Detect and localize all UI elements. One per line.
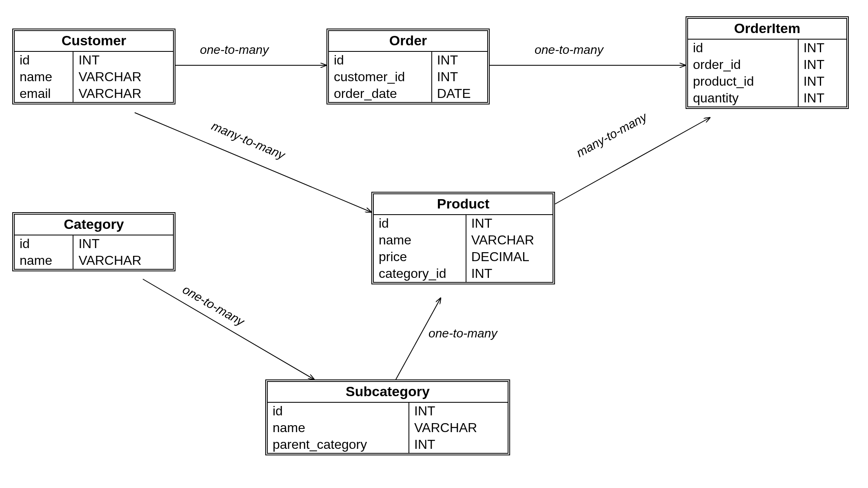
table-row: idINT: [15, 52, 173, 69]
field-name: category_id: [374, 265, 466, 282]
entity-title: Subcategory: [268, 382, 508, 403]
entity-fields-table: idINTnameVARCHARparent_categoryINT: [268, 403, 508, 453]
edge-label-cust-product: many-to-many: [209, 119, 287, 162]
field-type: DATE: [432, 85, 487, 102]
field-name: price: [374, 248, 466, 265]
field-type: INT: [798, 56, 846, 73]
entity-fields-table: idINTorder_idINTproduct_idINTquantityINT: [688, 40, 846, 106]
field-type: DECIMAL: [466, 248, 553, 265]
table-row: idINT: [268, 403, 508, 419]
edge-cust-product: [135, 113, 371, 212]
field-name: product_id: [688, 73, 798, 90]
table-row: nameVARCHAR: [15, 252, 173, 269]
field-type: INT: [432, 52, 487, 69]
field-name: name: [268, 419, 409, 436]
field-type: INT: [798, 73, 846, 90]
field-name: id: [15, 235, 73, 252]
table-row: quantityINT: [688, 90, 846, 106]
entity-fields-table: idINTnameVARCHARpriceDECIMALcategory_idI…: [374, 215, 553, 282]
field-type: INT: [798, 90, 846, 106]
entity-title: Product: [374, 194, 553, 215]
field-type: INT: [432, 69, 487, 85]
entity-title: OrderItem: [688, 19, 846, 40]
field-name: id: [688, 40, 798, 56]
field-name: id: [15, 52, 73, 69]
field-name: id: [374, 215, 466, 232]
field-type: INT: [466, 265, 553, 282]
field-type: VARCHAR: [73, 252, 173, 269]
field-type: INT: [73, 235, 173, 252]
table-row: order_idINT: [688, 56, 846, 73]
field-name: customer_id: [329, 69, 432, 85]
table-row: nameVARCHAR: [374, 232, 553, 248]
field-name: email: [15, 85, 73, 102]
field-name: quantity: [688, 90, 798, 106]
field-name: name: [15, 69, 73, 85]
field-type: INT: [73, 52, 173, 69]
field-name: name: [15, 252, 73, 269]
er-diagram-canvas: CustomeridINTnameVARCHARemailVARCHAROrde…: [0, 0, 868, 488]
entity-category: CategoryidINTnameVARCHAR: [12, 212, 175, 271]
entity-title: Order: [329, 31, 487, 52]
entity-title: Category: [15, 215, 173, 235]
table-row: idINT: [15, 235, 173, 252]
table-row: product_idINT: [688, 73, 846, 90]
field-name: id: [329, 52, 432, 69]
entity-customer: CustomeridINTnameVARCHARemailVARCHAR: [12, 29, 175, 104]
entity-order: OrderidINTcustomer_idINTorder_dateDATE: [326, 29, 490, 104]
entity-subcategory: SubcategoryidINTnameVARCHARparent_catego…: [265, 379, 510, 455]
field-type: VARCHAR: [73, 85, 173, 102]
field-name: order_id: [688, 56, 798, 73]
edge-label-subcat-product: one-to-many: [428, 326, 497, 340]
field-name: name: [374, 232, 466, 248]
table-row: priceDECIMAL: [374, 248, 553, 265]
field-type: VARCHAR: [73, 69, 173, 85]
entity-fields-table: idINTcustomer_idINTorder_dateDATE: [329, 52, 487, 102]
field-type: INT: [798, 40, 846, 56]
table-row: nameVARCHAR: [15, 69, 173, 85]
edge-label-cat-subcat: one-to-many: [180, 282, 247, 329]
table-row: idINT: [688, 40, 846, 56]
edge-cat-subcat: [143, 279, 314, 379]
edge-label-cust-order: one-to-many: [200, 43, 269, 57]
table-row: parent_categoryINT: [268, 436, 508, 453]
table-row: customer_idINT: [329, 69, 487, 85]
field-type: INT: [409, 403, 508, 419]
table-row: idINT: [329, 52, 487, 69]
entity-product: ProductidINTnameVARCHARpriceDECIMALcateg…: [371, 192, 555, 284]
edge-label-order-item: one-to-many: [535, 43, 603, 57]
table-row: category_idINT: [374, 265, 553, 282]
table-row: emailVARCHAR: [15, 85, 173, 102]
field-name: parent_category: [268, 436, 409, 453]
table-row: order_dateDATE: [329, 85, 487, 102]
field-type: VARCHAR: [466, 232, 553, 248]
table-row: idINT: [374, 215, 553, 232]
table-row: nameVARCHAR: [268, 419, 508, 436]
field-name: id: [268, 403, 409, 419]
field-type: VARCHAR: [409, 419, 508, 436]
field-type: INT: [466, 215, 553, 232]
field-name: order_date: [329, 85, 432, 102]
field-type: INT: [409, 436, 508, 453]
edge-label-product-item: many-to-many: [574, 110, 649, 160]
entity-orderitem: OrderItemidINTorder_idINTproduct_idINTqu…: [686, 16, 849, 109]
entity-title: Customer: [15, 31, 173, 52]
entity-fields-table: idINTnameVARCHARemailVARCHAR: [15, 52, 173, 102]
entity-fields-table: idINTnameVARCHAR: [15, 235, 173, 269]
